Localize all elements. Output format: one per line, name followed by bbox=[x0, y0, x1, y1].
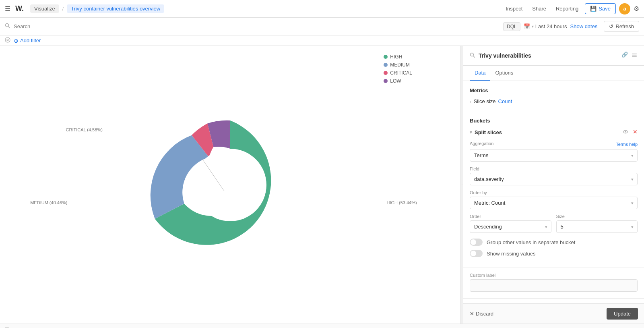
panel-tabs: Data Options bbox=[463, 66, 644, 81]
panel-menu-icon[interactable] bbox=[631, 52, 638, 60]
size-input[interactable] bbox=[556, 220, 638, 233]
calendar-icon: 📅 bbox=[524, 23, 530, 29]
aggregation-label: Aggregation bbox=[470, 141, 493, 146]
slice-size-value: Count bbox=[498, 98, 512, 104]
order-by-group: Order by Metric: Count bbox=[470, 190, 638, 209]
page-title-breadcrumb[interactable]: Trivy container vulnerabilities overview bbox=[67, 4, 164, 13]
aggregation-group: Aggregation Terms help Terms bbox=[470, 141, 638, 162]
eye-icon[interactable] bbox=[622, 129, 629, 136]
filter-bar: ⊕ Add filter bbox=[0, 35, 644, 46]
refresh-icon: ↺ bbox=[609, 23, 613, 29]
panel-title: Trivy vulnerabilities bbox=[479, 52, 618, 59]
label-critical: CRITICAL (4.58%) bbox=[66, 127, 103, 132]
group-other-toggle[interactable] bbox=[470, 239, 483, 246]
order-select-wrapper: Descending Ascending bbox=[470, 220, 551, 233]
breadcrumb-separator: / bbox=[62, 6, 64, 12]
order-by-select-wrapper: Metric: Count bbox=[470, 197, 638, 209]
panel-header: Trivy vulnerabilities 🔗 bbox=[463, 46, 644, 66]
chevron-down-icon: ▾ bbox=[470, 130, 472, 135]
share-link[interactable]: Share bbox=[529, 6, 549, 12]
field-select-wrapper: data.severity bbox=[470, 173, 638, 185]
search-input[interactable] bbox=[14, 23, 500, 29]
save-icon: 💾 bbox=[590, 6, 597, 12]
dql-button[interactable]: DQL bbox=[503, 22, 520, 31]
chevron-right-icon: › bbox=[470, 99, 471, 104]
group-other-toggle-row: Group other values in separate bucket bbox=[470, 239, 638, 246]
custom-label-section: Custom label bbox=[463, 268, 644, 298]
chart-area: HIGH MEDIUM CRITICAL LOW CRITICAL (4.58%… bbox=[0, 46, 460, 324]
time-range-selector[interactable]: 📅 ▾ Last 24 hours bbox=[524, 23, 567, 29]
chevron-down-icon: ▾ bbox=[532, 24, 534, 29]
status-bar: ☰ bbox=[0, 324, 644, 328]
bucket-left: ▾ Split slices bbox=[470, 129, 502, 135]
terms-help-link[interactable]: Terms help bbox=[616, 142, 638, 147]
bucket-actions: ✕ bbox=[622, 129, 638, 136]
avatar[interactable]: a bbox=[619, 3, 630, 15]
order-by-label: Order by bbox=[470, 190, 638, 195]
order-select[interactable]: Descending Ascending bbox=[470, 220, 551, 233]
size-label: Size bbox=[556, 214, 638, 219]
show-missing-toggle-row: Show missing values bbox=[470, 250, 638, 257]
svg-point-10 bbox=[625, 131, 626, 133]
svg-point-2 bbox=[5, 37, 10, 42]
svg-line-1 bbox=[8, 27, 10, 28]
filter-icon bbox=[5, 37, 10, 44]
search-small-icon bbox=[470, 52, 475, 59]
size-input-wrapper bbox=[556, 220, 638, 233]
link-icon[interactable]: 🔗 bbox=[621, 52, 628, 60]
discard-x-icon: ✕ bbox=[470, 311, 474, 317]
donut-hole bbox=[194, 149, 266, 221]
label-medium: MEDIUM (40.46%) bbox=[30, 200, 67, 205]
search-bar: DQL 📅 ▾ Last 24 hours Show dates ↺ Refre… bbox=[0, 18, 644, 35]
field-group: Field data.severity bbox=[470, 166, 638, 185]
bottom-action-bar: ✕ Discard Update bbox=[463, 303, 644, 324]
aggregation-label-row: Aggregation Terms help bbox=[470, 141, 638, 147]
svg-rect-6 bbox=[632, 54, 637, 54]
show-missing-toggle[interactable] bbox=[470, 250, 483, 257]
field-select[interactable]: data.severity bbox=[470, 173, 638, 185]
aggregation-select[interactable]: Terms bbox=[470, 149, 638, 162]
order-by-select[interactable]: Metric: Count bbox=[470, 197, 638, 209]
inspect-link[interactable]: Inspect bbox=[502, 6, 526, 12]
close-bucket-icon[interactable]: ✕ bbox=[633, 129, 638, 136]
metrics-title: Metrics bbox=[470, 87, 638, 93]
svg-line-5 bbox=[473, 56, 475, 57]
visualize-breadcrumb[interactable]: Visualize bbox=[30, 4, 59, 13]
metrics-section: Metrics › Slice size Count bbox=[463, 81, 644, 111]
add-icon: ⊕ bbox=[14, 37, 19, 44]
settings-icon[interactable]: ⚙ bbox=[634, 5, 639, 12]
order-label: Order bbox=[470, 214, 551, 219]
hamburger-icon[interactable]: ☰ bbox=[5, 5, 10, 12]
save-button[interactable]: 💾 Save bbox=[585, 3, 616, 14]
update-button[interactable]: Update bbox=[607, 308, 638, 320]
slice-size-row[interactable]: › Slice size Count bbox=[470, 98, 638, 104]
buckets-section: Buckets ▾ Split slices ✕ bbox=[463, 111, 644, 268]
size-col: Size bbox=[556, 214, 638, 233]
status-icon: ☰ bbox=[5, 327, 9, 328]
field-label: Field bbox=[470, 166, 638, 171]
app-logo: W. bbox=[15, 4, 24, 13]
slice-size-label: Slice size bbox=[474, 98, 496, 104]
right-panel: Trivy vulnerabilities 🔗 Data Options Met… bbox=[463, 46, 644, 324]
order-size-row: Order Descending Ascending Size bbox=[470, 214, 638, 233]
buckets-title: Buckets bbox=[470, 118, 638, 124]
svg-rect-8 bbox=[632, 56, 637, 57]
search-icon bbox=[5, 23, 10, 30]
tab-options[interactable]: Options bbox=[490, 66, 518, 81]
add-filter-button[interactable]: ⊕ Add filter bbox=[14, 37, 41, 44]
donut-chart-svg bbox=[146, 100, 315, 270]
show-dates-button[interactable]: Show dates bbox=[570, 23, 598, 29]
discard-button[interactable]: ✕ Discard bbox=[470, 311, 493, 317]
label-high: HIGH (53.44%) bbox=[386, 200, 417, 205]
order-col: Order Descending Ascending bbox=[470, 214, 551, 233]
split-slices-label: Split slices bbox=[475, 129, 502, 135]
group-other-label: Group other values in separate bucket bbox=[487, 239, 575, 245]
refresh-button[interactable]: ↺ Refresh bbox=[604, 21, 639, 32]
reporting-link[interactable]: Reporting bbox=[553, 6, 582, 12]
custom-label-input[interactable] bbox=[470, 279, 638, 292]
tab-data[interactable]: Data bbox=[470, 66, 490, 81]
aggregation-select-wrapper: Terms bbox=[470, 149, 638, 162]
custom-label-title: Custom label bbox=[470, 273, 638, 278]
main-content: HIGH MEDIUM CRITICAL LOW CRITICAL (4.58%… bbox=[0, 46, 644, 324]
svg-rect-7 bbox=[632, 55, 637, 56]
